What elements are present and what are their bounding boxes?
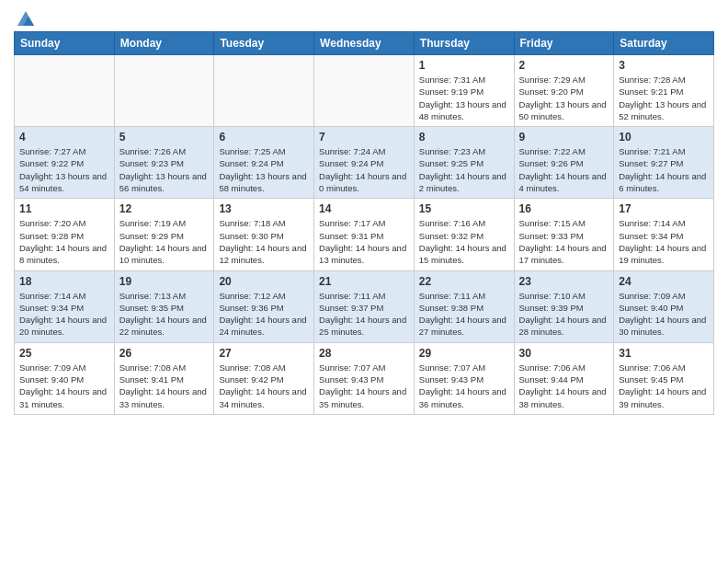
calendar-header-monday: Monday [114, 32, 214, 55]
day-info: Sunrise: 7:14 AMSunset: 9:34 PMDaylight:… [19, 291, 107, 338]
day-number: 25 [19, 347, 109, 360]
calendar-header-saturday: Saturday [614, 32, 714, 55]
day-number: 21 [319, 275, 409, 288]
day-info: Sunrise: 7:15 AMSunset: 9:33 PMDaylight:… [519, 218, 607, 265]
day-number: 11 [19, 202, 109, 215]
day-number: 1 [419, 59, 509, 72]
calendar-header-sunday: Sunday [15, 32, 115, 55]
calendar-header-thursday: Thursday [414, 32, 514, 55]
day-number: 20 [219, 275, 309, 288]
day-number: 16 [519, 202, 609, 215]
calendar-day-cell: 6 Sunrise: 7:25 AMSunset: 9:24 PMDayligh… [214, 127, 314, 199]
calendar-day-cell: 26 Sunrise: 7:08 AMSunset: 9:41 PMDaylig… [114, 342, 214, 414]
day-number: 26 [119, 347, 210, 360]
calendar-day-cell [114, 55, 214, 127]
calendar-day-cell: 9 Sunrise: 7:22 AMSunset: 9:26 PMDayligh… [514, 127, 614, 199]
calendar-day-cell: 27 Sunrise: 7:08 AMSunset: 9:42 PMDaylig… [214, 342, 314, 414]
day-number: 24 [619, 275, 709, 288]
calendar-day-cell: 19 Sunrise: 7:13 AMSunset: 9:35 PMDaylig… [114, 270, 214, 342]
day-number: 13 [219, 202, 309, 215]
calendar-day-cell: 21 Sunrise: 7:11 AMSunset: 9:37 PMDaylig… [314, 270, 415, 342]
calendar-day-cell: 31 Sunrise: 7:06 AMSunset: 9:45 PMDaylig… [614, 342, 714, 414]
calendar-day-cell [15, 55, 115, 127]
day-number: 18 [19, 275, 109, 288]
day-number: 7 [319, 131, 409, 144]
day-number: 28 [319, 347, 409, 360]
day-number: 22 [419, 275, 509, 288]
day-number: 27 [219, 347, 309, 360]
day-info: Sunrise: 7:29 AMSunset: 9:20 PMDaylight:… [519, 75, 607, 121]
calendar-day-cell: 5 Sunrise: 7:26 AMSunset: 9:23 PMDayligh… [114, 127, 214, 199]
calendar-day-cell: 20 Sunrise: 7:12 AMSunset: 9:36 PMDaylig… [214, 270, 314, 342]
day-info: Sunrise: 7:09 AMSunset: 9:40 PMDaylight:… [19, 362, 107, 409]
day-info: Sunrise: 7:18 AMSunset: 9:30 PMDaylight:… [219, 218, 306, 265]
day-number: 19 [119, 275, 210, 288]
day-info: Sunrise: 7:27 AMSunset: 9:22 PMDaylight:… [19, 146, 107, 193]
calendar-header-row: SundayMondayTuesdayWednesdayThursdayFrid… [15, 32, 714, 55]
calendar-week-row: 11 Sunrise: 7:20 AMSunset: 9:28 PMDaylig… [15, 199, 714, 270]
day-info: Sunrise: 7:21 AMSunset: 9:27 PMDaylight:… [619, 146, 706, 193]
day-info: Sunrise: 7:23 AMSunset: 9:25 PMDaylight:… [419, 146, 506, 193]
logo [14, 9, 38, 24]
calendar-day-cell: 17 Sunrise: 7:14 AMSunset: 9:34 PMDaylig… [614, 199, 714, 270]
logo-icon [16, 9, 36, 28]
calendar-week-row: 25 Sunrise: 7:09 AMSunset: 9:40 PMDaylig… [15, 342, 714, 414]
calendar-day-cell: 23 Sunrise: 7:10 AMSunset: 9:39 PMDaylig… [514, 270, 614, 342]
day-info: Sunrise: 7:26 AMSunset: 9:23 PMDaylight:… [119, 146, 207, 193]
calendar-day-cell: 1 Sunrise: 7:31 AMSunset: 9:19 PMDayligh… [414, 55, 514, 127]
calendar-day-cell [314, 55, 415, 127]
calendar-day-cell: 14 Sunrise: 7:17 AMSunset: 9:31 PMDaylig… [314, 199, 415, 270]
day-info: Sunrise: 7:10 AMSunset: 9:39 PMDaylight:… [519, 291, 607, 338]
day-number: 14 [319, 202, 409, 215]
day-number: 30 [519, 347, 609, 360]
day-number: 9 [519, 131, 609, 144]
day-number: 10 [619, 131, 709, 144]
day-info: Sunrise: 7:07 AMSunset: 9:43 PMDaylight:… [419, 362, 506, 409]
day-info: Sunrise: 7:19 AMSunset: 9:29 PMDaylight:… [119, 218, 207, 265]
calendar-table: SundayMondayTuesdayWednesdayThursdayFrid… [14, 31, 714, 415]
day-info: Sunrise: 7:24 AMSunset: 9:24 PMDaylight:… [319, 146, 406, 193]
calendar-day-cell: 30 Sunrise: 7:06 AMSunset: 9:44 PMDaylig… [514, 342, 614, 414]
calendar-day-cell: 24 Sunrise: 7:09 AMSunset: 9:40 PMDaylig… [614, 270, 714, 342]
day-info: Sunrise: 7:09 AMSunset: 9:40 PMDaylight:… [619, 291, 706, 338]
calendar-day-cell: 7 Sunrise: 7:24 AMSunset: 9:24 PMDayligh… [314, 127, 415, 199]
calendar-day-cell: 15 Sunrise: 7:16 AMSunset: 9:32 PMDaylig… [414, 199, 514, 270]
day-info: Sunrise: 7:28 AMSunset: 9:21 PMDaylight:… [619, 75, 706, 121]
day-number: 3 [619, 59, 709, 72]
day-number: 6 [219, 131, 309, 144]
day-info: Sunrise: 7:08 AMSunset: 9:41 PMDaylight:… [119, 362, 207, 409]
day-info: Sunrise: 7:07 AMSunset: 9:43 PMDaylight:… [319, 362, 406, 409]
day-info: Sunrise: 7:06 AMSunset: 9:45 PMDaylight:… [619, 362, 706, 409]
day-number: 29 [419, 347, 509, 360]
day-number: 31 [619, 347, 709, 360]
day-number: 5 [119, 131, 210, 144]
calendar-day-cell: 29 Sunrise: 7:07 AMSunset: 9:43 PMDaylig… [414, 342, 514, 414]
calendar-day-cell: 3 Sunrise: 7:28 AMSunset: 9:21 PMDayligh… [614, 55, 714, 127]
calendar-day-cell: 4 Sunrise: 7:27 AMSunset: 9:22 PMDayligh… [15, 127, 115, 199]
day-info: Sunrise: 7:13 AMSunset: 9:35 PMDaylight:… [119, 291, 207, 338]
day-number: 4 [19, 131, 109, 144]
calendar-header-wednesday: Wednesday [314, 32, 415, 55]
calendar-week-row: 18 Sunrise: 7:14 AMSunset: 9:34 PMDaylig… [15, 270, 714, 342]
calendar-day-cell: 11 Sunrise: 7:20 AMSunset: 9:28 PMDaylig… [15, 199, 115, 270]
day-info: Sunrise: 7:22 AMSunset: 9:26 PMDaylight:… [519, 146, 607, 193]
calendar-header-tuesday: Tuesday [214, 32, 314, 55]
calendar-day-cell: 28 Sunrise: 7:07 AMSunset: 9:43 PMDaylig… [314, 342, 415, 414]
day-info: Sunrise: 7:11 AMSunset: 9:38 PMDaylight:… [419, 291, 506, 338]
calendar-day-cell: 10 Sunrise: 7:21 AMSunset: 9:27 PMDaylig… [614, 127, 714, 199]
day-number: 8 [419, 131, 509, 144]
calendar-week-row: 4 Sunrise: 7:27 AMSunset: 9:22 PMDayligh… [15, 127, 714, 199]
day-info: Sunrise: 7:08 AMSunset: 9:42 PMDaylight:… [219, 362, 306, 409]
day-info: Sunrise: 7:16 AMSunset: 9:32 PMDaylight:… [419, 218, 506, 265]
calendar-day-cell: 18 Sunrise: 7:14 AMSunset: 9:34 PMDaylig… [15, 270, 115, 342]
calendar-day-cell: 25 Sunrise: 7:09 AMSunset: 9:40 PMDaylig… [15, 342, 115, 414]
day-number: 15 [419, 202, 509, 215]
header [14, 9, 714, 24]
day-number: 2 [519, 59, 609, 72]
day-info: Sunrise: 7:12 AMSunset: 9:36 PMDaylight:… [219, 291, 306, 338]
calendar-header-friday: Friday [514, 32, 614, 55]
page-container: SundayMondayTuesdayWednesdayThursdayFrid… [0, 0, 728, 424]
calendar-day-cell: 2 Sunrise: 7:29 AMSunset: 9:20 PMDayligh… [514, 55, 614, 127]
day-info: Sunrise: 7:25 AMSunset: 9:24 PMDaylight:… [219, 146, 306, 193]
calendar-day-cell: 12 Sunrise: 7:19 AMSunset: 9:29 PMDaylig… [114, 199, 214, 270]
